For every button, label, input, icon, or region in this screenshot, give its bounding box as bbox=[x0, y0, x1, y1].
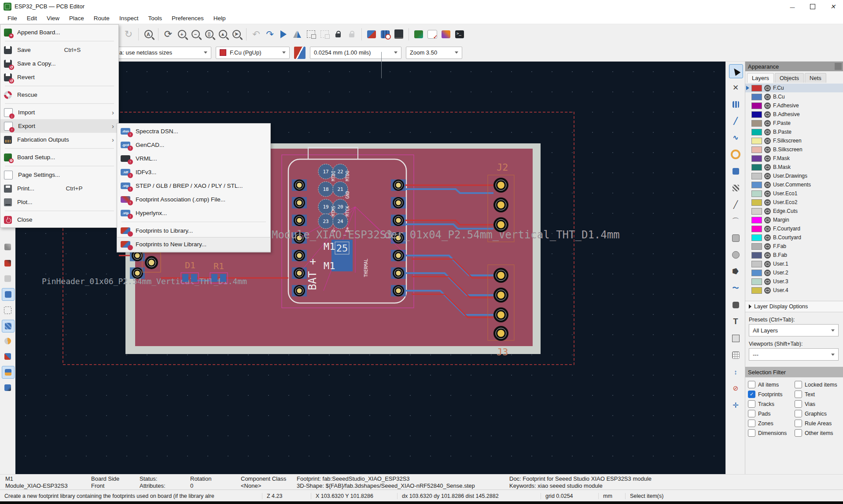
file-menu-item[interactable]: Plot... bbox=[0, 195, 118, 209]
layer-row[interactable]: B.Silkscreen bbox=[745, 145, 843, 154]
net-names-icon[interactable] bbox=[2, 273, 14, 285]
export-submenu-item[interactable]: VRML... bbox=[117, 152, 270, 165]
selection-filter-item[interactable]: Vias bbox=[795, 400, 841, 408]
delete-tool-icon[interactable]: ⊘ bbox=[729, 382, 742, 395]
export-submenu-item[interactable]: .stp STEP / GLB / BREP / XAO / PLY / STL… bbox=[117, 179, 270, 193]
layer-color-swatch[interactable] bbox=[751, 111, 762, 118]
draw-bezier-icon[interactable]: 〜 bbox=[729, 281, 742, 295]
file-menu-item[interactable]: Export › bbox=[0, 119, 118, 133]
selection-filter-item[interactable]: Pads bbox=[748, 410, 795, 417]
layer-row[interactable]: User.Eco1 bbox=[745, 189, 843, 198]
layer-color-swatch[interactable] bbox=[751, 287, 762, 294]
layer-color-swatch[interactable] bbox=[751, 164, 762, 171]
export-submenu-item[interactable]: .dsn Specctra DSN... bbox=[117, 124, 270, 138]
footprint-outline-mode-icon[interactable] bbox=[2, 320, 15, 332]
export-submenu-item[interactable]: Footprints to New Library... bbox=[117, 237, 270, 251]
zone-outline-mode-icon[interactable] bbox=[2, 304, 14, 316]
via-display-mode-icon[interactable] bbox=[2, 351, 14, 362]
layer-visibility-eye-icon[interactable] bbox=[764, 199, 771, 206]
layer-row[interactable]: User.1 bbox=[745, 259, 843, 268]
export-submenu-item[interactable] bbox=[117, 220, 270, 224]
checkbox[interactable] bbox=[748, 420, 755, 427]
layer-color-swatch[interactable] bbox=[751, 138, 762, 144]
layer-row[interactable]: F.Mask bbox=[745, 154, 843, 163]
curved-ratsnest-icon[interactable] bbox=[2, 257, 14, 269]
lock-icon[interactable] bbox=[332, 28, 344, 40]
checkbox[interactable] bbox=[748, 429, 755, 437]
flip-board-icon[interactable] bbox=[291, 28, 303, 40]
unlock-icon[interactable] bbox=[346, 28, 358, 40]
layer-display-options[interactable]: Layer Display Options bbox=[745, 301, 843, 312]
export-submenu-item[interactable]: Footprints to Library... bbox=[117, 224, 270, 237]
selection-filter-item[interactable]: Footprints bbox=[748, 391, 795, 398]
find-icon[interactable] bbox=[277, 28, 290, 40]
add-zone-icon[interactable] bbox=[729, 164, 742, 178]
checkbox[interactable] bbox=[795, 381, 802, 388]
menu-item[interactable]: Route bbox=[89, 14, 114, 23]
viewports-combo[interactable]: --- bbox=[749, 348, 839, 361]
layer-color-swatch[interactable] bbox=[751, 102, 762, 109]
layer-color-swatch[interactable] bbox=[751, 129, 762, 135]
menu-item[interactable]: Inspect bbox=[114, 14, 144, 23]
zoom-fit-objects-icon[interactable]: ▴ bbox=[217, 28, 229, 40]
add-dimension-icon[interactable]: ↕ bbox=[729, 365, 742, 378]
selection-filter-item[interactable]: Text bbox=[795, 391, 841, 398]
add-via-icon[interactable] bbox=[729, 148, 742, 161]
file-menu-item[interactable]: Fabrication Outputs › bbox=[0, 133, 118, 146]
file-menu-item[interactable] bbox=[0, 84, 118, 88]
zoom-in-icon[interactable]: + bbox=[176, 28, 188, 40]
layer-color-swatch[interactable] bbox=[751, 234, 762, 241]
layer-color-swatch[interactable] bbox=[751, 94, 762, 100]
checkbox[interactable] bbox=[748, 410, 755, 417]
file-menu-item[interactable]: Board Setup... bbox=[0, 150, 118, 164]
layer-pair-icon[interactable] bbox=[294, 47, 306, 59]
active-layer-combo[interactable]: F.Cu (PgUp) bbox=[216, 47, 290, 59]
layer-row[interactable]: User.Eco2 bbox=[745, 198, 843, 207]
layer-row[interactable]: B.Cu bbox=[745, 92, 843, 101]
file-menu-item[interactable]: Import › bbox=[0, 106, 118, 119]
draw-circle-icon[interactable] bbox=[729, 248, 742, 261]
redraw-icon[interactable]: ↻ bbox=[122, 28, 135, 40]
draw-line-icon[interactable]: ╱ bbox=[729, 198, 742, 211]
file-menu-item[interactable]: Close bbox=[0, 213, 118, 226]
grid-origin-icon[interactable]: ✛ bbox=[729, 398, 742, 412]
layer-visibility-eye-icon[interactable] bbox=[764, 278, 771, 285]
layer-visibility-eye-icon[interactable] bbox=[764, 243, 771, 250]
tune-length-icon[interactable]: ∿ bbox=[729, 131, 742, 144]
export-submenu-item[interactable]: .idf IDFv3... bbox=[117, 165, 270, 179]
layer-visibility-eye-icon[interactable] bbox=[764, 85, 771, 91]
layer-row[interactable]: Edge.Cuts bbox=[745, 207, 843, 215]
add-image-icon[interactable] bbox=[729, 298, 742, 311]
layer-color-swatch[interactable] bbox=[751, 182, 762, 188]
menu-item[interactable]: Edit bbox=[22, 14, 42, 23]
layer-color-swatch[interactable] bbox=[751, 173, 762, 179]
zoom-fit-page-icon[interactable]: ▯ bbox=[203, 28, 215, 40]
add-footprint-icon[interactable] bbox=[729, 98, 742, 111]
layer-row[interactable]: User.4 bbox=[745, 286, 843, 295]
zone-fill-mode-icon[interactable] bbox=[2, 288, 15, 301]
ungroup-icon[interactable] bbox=[318, 28, 331, 40]
3d-viewer-icon[interactable] bbox=[393, 28, 405, 40]
layer-visibility-eye-icon[interactable] bbox=[764, 94, 771, 100]
layer-visibility-eye-icon[interactable] bbox=[764, 270, 771, 276]
update-footprints-icon[interactable] bbox=[365, 28, 378, 40]
layer-visibility-eye-icon[interactable] bbox=[764, 138, 771, 144]
maximize-button[interactable] bbox=[803, 0, 823, 13]
file-menu-item[interactable]: Print... Ctrl+P bbox=[0, 182, 118, 195]
file-menu-item[interactable] bbox=[0, 102, 118, 106]
add-text-icon[interactable]: T bbox=[729, 315, 742, 328]
layer-color-swatch[interactable] bbox=[751, 217, 762, 223]
export-submenu-item[interactable]: Footprint Association (.cmp) File... bbox=[117, 193, 270, 206]
highlight-net-icon[interactable]: ✕ bbox=[729, 81, 742, 94]
scripting-console-icon[interactable] bbox=[453, 28, 466, 40]
layer-visibility-eye-icon[interactable] bbox=[764, 217, 771, 223]
zoom-selection-icon[interactable]: ➤ bbox=[230, 28, 243, 40]
layer-visibility-eye-icon[interactable] bbox=[764, 173, 771, 179]
minimize-button[interactable] bbox=[782, 0, 803, 13]
file-menu-item[interactable] bbox=[0, 209, 118, 213]
panel-collapse-icon[interactable] bbox=[835, 63, 842, 70]
layer-color-swatch[interactable] bbox=[751, 146, 762, 153]
layer-color-swatch[interactable] bbox=[751, 208, 762, 215]
layer-color-swatch[interactable] bbox=[751, 85, 762, 91]
zoom-combo[interactable]: Zoom 3.50 bbox=[406, 47, 462, 59]
